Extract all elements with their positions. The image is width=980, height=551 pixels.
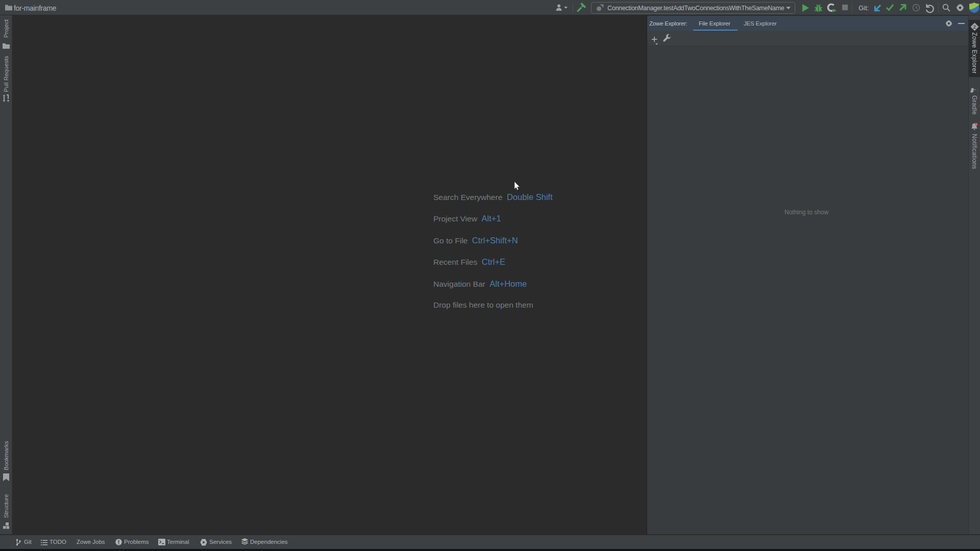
svg-text:Z: Z <box>973 24 976 30</box>
